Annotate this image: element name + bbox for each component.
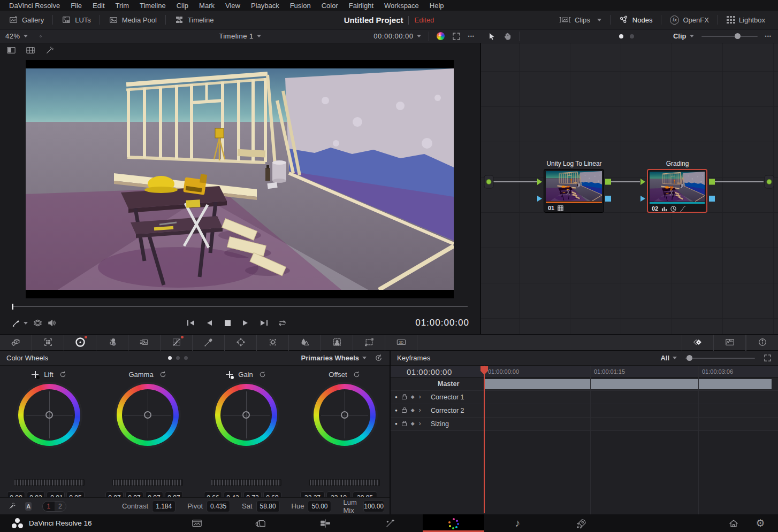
reset-gain-icon[interactable] (258, 371, 266, 379)
offset-color-wheel[interactable] (314, 384, 376, 446)
wheels-page-dot-3[interactable] (184, 356, 188, 360)
slider-knob[interactable] (735, 33, 741, 39)
menu-view[interactable]: View (220, 2, 245, 10)
auto-color-wand-icon[interactable] (9, 502, 16, 511)
wheel-tab-2[interactable]: 2 (55, 502, 66, 511)
lift-color-wheel[interactable] (18, 384, 80, 446)
node-graph-canvas[interactable]: Unity Log To Linear 01 Grading 02 (481, 43, 778, 334)
viewer-scrubber[interactable] (4, 302, 475, 311)
go-to-start-button[interactable] (182, 316, 200, 330)
fairlight-page-button[interactable]: ♪ (502, 514, 532, 532)
menu-trim[interactable]: Trim (111, 2, 134, 10)
lock-icon[interactable] (402, 422, 407, 426)
slider-knob[interactable] (687, 355, 692, 361)
reset-gamma-icon[interactable] (159, 371, 167, 379)
expand-track-icon[interactable]: › (419, 393, 421, 400)
split-screen-icon[interactable] (6, 46, 16, 55)
lightbox-button[interactable]: Lightbox (718, 16, 778, 24)
enhance-wand-icon[interactable] (45, 46, 55, 55)
step-back-button[interactable] (200, 316, 218, 330)
node-page-dot-1[interactable] (619, 34, 623, 38)
keyframes-palette-button[interactable] (682, 334, 714, 351)
luts-button[interactable]: LUTs (53, 11, 100, 29)
track-row-corrector2[interactable]: ● ◆ › Corrector 2 (391, 404, 778, 418)
wheel-indicator[interactable] (144, 411, 151, 419)
wheel-indicator[interactable] (45, 411, 53, 419)
play-button[interactable] (237, 316, 255, 330)
track-enable-icon[interactable]: ● (395, 395, 398, 399)
timeline-button[interactable]: Timeline (166, 11, 223, 29)
node-01[interactable]: 01 (544, 169, 604, 213)
wipe-modes-icon[interactable] (33, 319, 42, 327)
media-pool-button[interactable]: Media Pool (100, 11, 165, 29)
node-mode-selector[interactable]: Clip (673, 32, 694, 40)
expand-track-icon[interactable]: › (419, 406, 421, 414)
gain-master-wheel[interactable] (211, 479, 281, 486)
menu-edit[interactable]: Edit (88, 2, 109, 10)
keyframes-playhead[interactable] (484, 366, 485, 513)
lock-icon[interactable] (402, 396, 407, 399)
menu-file[interactable]: File (66, 2, 87, 10)
keyframes-filter-selector[interactable]: All (660, 354, 677, 362)
loop-playback-icon[interactable] (273, 316, 291, 330)
gain-color-wheel[interactable] (215, 384, 277, 446)
expand-viewer-icon[interactable] (452, 32, 461, 41)
curves-button[interactable] (161, 334, 193, 351)
gamma-color-wheel[interactable] (117, 384, 179, 446)
go-to-end-button[interactable] (255, 316, 273, 330)
gamma-master-wheel[interactable] (112, 479, 183, 486)
pointer-tool-icon[interactable] (487, 32, 496, 41)
power-window-button[interactable] (225, 334, 257, 351)
cut-page-button[interactable] (246, 514, 276, 532)
wheel-tab-1[interactable]: 1 (43, 502, 54, 511)
offset-master-wheel[interactable] (309, 479, 380, 486)
lum-mix-value[interactable]: 100.00 (363, 500, 384, 512)
menu-workspace[interactable]: Workspace (379, 2, 424, 10)
stop-button[interactable] (218, 316, 237, 330)
stereo-3d-button[interactable]: 3D (385, 334, 417, 351)
expand-track-icon[interactable]: › (419, 420, 421, 427)
keyframe-diamond-icon[interactable]: ◆ (411, 407, 415, 413)
key-button[interactable] (321, 334, 353, 351)
deliver-page-button[interactable] (566, 514, 596, 532)
wheels-page-dot-2[interactable] (176, 356, 180, 360)
menu-timeline[interactable]: Timeline (135, 2, 171, 10)
lock-icon[interactable] (402, 409, 407, 413)
lift-master-wheel[interactable] (14, 479, 85, 486)
keyframes-ruler[interactable]: 01:00:00:00 01:00:00:00 01:00:01:15 01:0… (391, 366, 778, 377)
menu-clip[interactable]: Clip (172, 2, 193, 10)
track-row-corrector1[interactable]: ● ◆ › Corrector 1 (391, 391, 778, 404)
reset-lift-icon[interactable] (59, 371, 67, 379)
edit-page-button[interactable] (310, 514, 340, 532)
menu-app[interactable]: DaVinci Resolve (4, 2, 65, 10)
master-track-bar[interactable] (484, 379, 772, 389)
blur-button[interactable] (289, 334, 321, 351)
node-02[interactable]: 02 (647, 169, 707, 213)
project-settings-button[interactable]: ⚙ (747, 514, 774, 532)
auto-balance-button[interactable]: A (25, 502, 32, 511)
node-page-dot-2[interactable] (630, 34, 634, 38)
scrubber-track[interactable] (12, 306, 468, 307)
color-wheels-button[interactable] (64, 334, 96, 351)
keyframe-diamond-icon[interactable]: ◆ (411, 394, 415, 399)
color-page-button[interactable] (423, 514, 484, 532)
viewer-timecode-selector[interactable]: 00:00:00:00 (373, 32, 421, 40)
sat-value[interactable]: 58.80 (256, 500, 280, 512)
track-enable-icon[interactable]: ● (395, 421, 398, 426)
track-row-sizing[interactable]: ● ◆ › Sizing (391, 418, 778, 431)
lift-picker-icon[interactable] (32, 371, 39, 378)
chevron-down-icon[interactable] (24, 322, 28, 325)
info-button[interactable] (746, 334, 778, 351)
hue-value[interactable]: 50.00 (308, 500, 331, 512)
keyframes-zoom-slider[interactable] (685, 358, 755, 359)
reset-all-icon[interactable] (374, 353, 383, 363)
qualifier-button[interactable] (193, 334, 225, 351)
audio-mute-icon[interactable] (48, 319, 57, 327)
menu-help[interactable]: Help (425, 2, 449, 10)
node-options-icon[interactable]: ••• (765, 34, 772, 39)
expand-panel-icon[interactable] (764, 354, 772, 362)
scopes-button[interactable] (714, 334, 746, 351)
timeline-selector[interactable]: Timeline 1 (219, 32, 253, 40)
menu-fusion[interactable]: Fusion (285, 2, 316, 10)
wheels-page-dot-1[interactable] (168, 356, 172, 360)
